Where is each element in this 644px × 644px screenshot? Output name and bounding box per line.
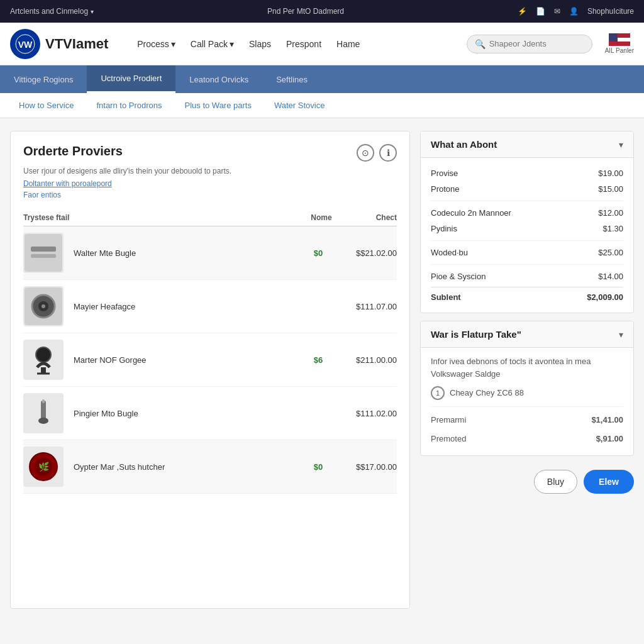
- search-input[interactable]: [489, 39, 577, 48]
- nav-process[interactable]: Process ▾: [131, 35, 182, 53]
- svg-rect-15: [41, 401, 46, 419]
- nav-hame[interactable]: Hame: [330, 35, 366, 53]
- svg-rect-4: [31, 254, 56, 258]
- price-value: $12.00: [598, 208, 623, 218]
- svg-point-10: [36, 347, 51, 362]
- price-label: Premoted: [431, 433, 466, 445]
- svg-point-16: [38, 418, 48, 424]
- price-value: $1,41.00: [591, 414, 623, 426]
- price-row: Codeculo 2n Mannoer $12.00: [431, 205, 623, 221]
- action-row: Bluy Elew: [420, 464, 634, 500]
- table-row: Pingier Mto Bugle $111.02.00: [23, 387, 397, 440]
- check-item: 1 Cheay Chey ΣC6 88: [431, 386, 623, 400]
- us-flag: [609, 33, 630, 46]
- elew-button[interactable]: Elew: [584, 470, 634, 494]
- chevron-down-icon: ▾: [230, 39, 234, 49]
- table-row: Mayier Heafagce $111.07.00: [23, 280, 397, 333]
- panel-link-1[interactable]: Doltanter with poroalepord: [23, 179, 397, 188]
- nav-bar: VW VTVIamet Process ▾ Call Pack ▾ Slaps …: [0, 23, 644, 65]
- table-row: Walter Mte Bugle $0 $$21.02.00: [23, 226, 397, 280]
- price-row: Pydinis $1.30: [431, 221, 623, 236]
- item-price: $$17.00.00: [340, 462, 397, 472]
- item-price: $211.00.00: [340, 355, 397, 365]
- bluy-button[interactable]: Bluy: [534, 470, 577, 494]
- tab-water-stovice[interactable]: Water Stovice: [265, 93, 333, 118]
- col-header-1: Trystese ftail: [23, 213, 303, 222]
- nav-prespont[interactable]: Prespont: [280, 35, 328, 53]
- price-value: $,91.00: [596, 433, 623, 445]
- price-value: $25.00: [598, 248, 623, 257]
- table-row: Marter NOF Gorgee $6 $211.00.00: [23, 333, 397, 387]
- search-icon: 🔍: [475, 39, 486, 49]
- col-header-2: Nome: [303, 213, 340, 222]
- info-icon[interactable]: ℹ: [379, 144, 397, 162]
- divider: [431, 201, 623, 201]
- tab-leatond-orvicks[interactable]: Leatond Orvicks: [175, 65, 262, 93]
- price-row-total: Sublent $2,009.00: [431, 287, 623, 305]
- panel-link-2[interactable]: Faor entios: [23, 191, 397, 199]
- nav-callpack[interactable]: Call Pack ▾: [184, 35, 240, 53]
- price-label: Codeculo 2n Mannoer: [431, 208, 511, 218]
- svg-text:🌿: 🌿: [38, 462, 50, 472]
- check-number: 1: [431, 386, 445, 400]
- total-value: $2,009.00: [587, 292, 623, 302]
- info-collapse-icon[interactable]: [619, 330, 623, 340]
- price-row: Pioe & Syscion $14.00: [431, 269, 623, 284]
- table-row: 🌿 Oypter Mar ,Suts hutcher $0 $$17.00.00: [23, 440, 397, 494]
- tab-how-to-service[interactable]: How to Service: [10, 93, 82, 118]
- price-label: Woded·bu: [431, 248, 468, 257]
- search-box[interactable]: 🔍: [467, 35, 592, 53]
- table-header: Trystese ftail Nome Chect: [23, 209, 397, 226]
- panel-title: Orderte Proviers: [23, 144, 123, 158]
- chevron-down-icon: ▾: [171, 39, 175, 49]
- price-label: Provise: [431, 169, 458, 178]
- summary-card-header: What an Abont: [421, 131, 633, 158]
- tab-plus-to-ware-parts[interactable]: Plus to Ware parts: [175, 93, 260, 118]
- price-value: $1.30: [602, 224, 623, 233]
- price-value: $19.00: [598, 169, 623, 178]
- svg-text:VW: VW: [18, 40, 33, 50]
- price-label: Premarmi: [431, 414, 466, 426]
- item-image: [23, 340, 64, 380]
- divider: [431, 264, 623, 265]
- tab-bar-secondary: How to Service fntarn to Prodrons Plus t…: [0, 93, 644, 118]
- price-row: Protone $15.00: [431, 181, 623, 197]
- price-row: Woded·bu $25.00: [431, 245, 623, 260]
- tab-uctroive-prodiert[interactable]: Uctroive Prodiert: [87, 65, 175, 93]
- vw-logo: VW: [10, 29, 40, 59]
- main-content: Orderte Proviers ⊙ ℹ User rjour of desig…: [0, 118, 644, 621]
- info-card-body: Infor ivea debnons of tocls it avontea i…: [421, 348, 633, 455]
- total-label: Sublent: [431, 292, 461, 302]
- svg-point-8: [42, 304, 45, 308]
- item-price-discount: $0: [303, 248, 334, 258]
- item-price: $$21.02.00: [340, 248, 397, 258]
- nav-slaps[interactable]: Slaps: [243, 35, 277, 53]
- left-panel: Orderte Proviers ⊙ ℹ User rjour of desig…: [10, 131, 410, 609]
- logo-area: VW VTVIamet: [10, 29, 108, 59]
- toggle-icon[interactable]: ⊙: [357, 144, 374, 162]
- top-bar-chevron-icon[interactable]: ▾: [91, 8, 94, 15]
- brand-name: VTVIamet: [45, 36, 108, 52]
- tab-fntarn-to-prodrons[interactable]: fntarn to Prodrons: [87, 93, 170, 118]
- summary-title: What an Abont: [431, 139, 497, 150]
- svg-rect-17: [42, 399, 45, 403]
- price-label: Protone: [431, 184, 460, 194]
- price-row: Premarmi $1,41.00: [431, 411, 623, 430]
- message-icon: ✉: [554, 7, 560, 16]
- price-value: $15.00: [598, 184, 623, 194]
- item-image: [23, 393, 64, 433]
- tab-bar-primary: Vittioge Rogions Uctroive Prodiert Leato…: [0, 65, 644, 93]
- item-image: 🌿: [23, 447, 64, 487]
- price-row: Provise $19.00: [431, 165, 623, 181]
- flag-label: AIL Panler: [605, 47, 634, 54]
- info-description: Infor ivea debnons of tocls it avontea i…: [431, 355, 623, 380]
- tab-vittioge-rogions[interactable]: Vittioge Rogions: [0, 65, 87, 93]
- info-title: War is Flaturp Take": [431, 329, 521, 340]
- summary-collapse-icon[interactable]: [619, 140, 623, 150]
- top-bar: Artclents and Cinmelog ▾ Pnd Per MtO Dad…: [0, 0, 644, 23]
- flag-area: AIL Panler: [605, 33, 634, 54]
- panel-header: Orderte Proviers ⊙ ℹ: [23, 144, 397, 162]
- top-bar-brand: ShophuIciture: [587, 7, 634, 16]
- tab-seftlines[interactable]: Seftlines: [262, 65, 321, 93]
- svg-rect-2: [25, 234, 62, 272]
